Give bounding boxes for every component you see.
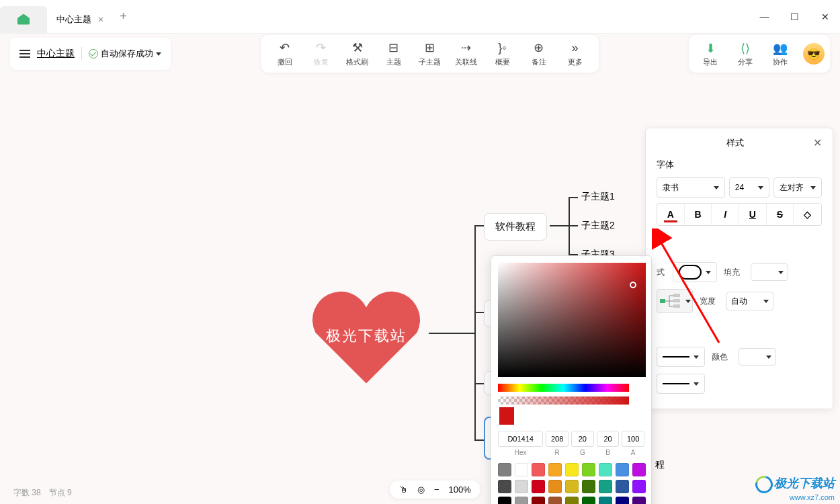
color-swatch[interactable] xyxy=(599,480,612,493)
close-icon[interactable]: ✕ xyxy=(813,136,822,149)
avatar[interactable]: 😎 xyxy=(803,43,825,65)
color-swatch[interactable] xyxy=(632,497,646,504)
hue-slider[interactable] xyxy=(498,384,629,392)
format-brush-button[interactable]: ⚒格式刷 xyxy=(339,37,376,71)
color-swatch[interactable] xyxy=(632,463,646,476)
leaf-node[interactable]: 子主题1 xyxy=(581,191,615,203)
font-color-button[interactable]: A xyxy=(657,204,685,225)
note-button[interactable]: ⊕备注 xyxy=(521,37,557,71)
leaf-node[interactable]: 子主题2 xyxy=(581,220,615,232)
center-node-label: 极光下载站 xyxy=(302,326,430,346)
color-swatch[interactable] xyxy=(515,497,528,504)
home-tab[interactable] xyxy=(0,6,47,33)
color-swatch[interactable] xyxy=(582,463,595,476)
saturation-field[interactable] xyxy=(498,263,646,377)
collab-icon: 👥 xyxy=(773,41,788,56)
shape-select[interactable] xyxy=(673,262,717,282)
close-button[interactable]: ✕ xyxy=(810,0,840,34)
color-swatch[interactable] xyxy=(532,480,545,493)
color-swatch[interactable] xyxy=(565,463,579,476)
add-tab-button[interactable]: + xyxy=(113,9,134,24)
branch-node[interactable]: 软件教程 xyxy=(484,213,547,241)
r-input[interactable] xyxy=(546,431,569,447)
font-section-label: 字体 xyxy=(657,159,822,171)
color-swatch[interactable] xyxy=(498,463,511,476)
underline-button[interactable]: U xyxy=(739,204,767,225)
minimize-button[interactable]: — xyxy=(749,0,780,34)
mouse-icon[interactable]: 🖱 xyxy=(399,485,408,495)
relation-button[interactable]: ⇢关联线 xyxy=(448,37,485,71)
font-size-select[interactable]: 24 xyxy=(729,177,769,198)
chevron-down-icon xyxy=(706,271,711,274)
collab-button[interactable]: 👥协作 xyxy=(764,41,796,67)
color-swatch[interactable] xyxy=(599,463,612,476)
maximize-button[interactable]: ☐ xyxy=(780,0,810,34)
color-swatch[interactable] xyxy=(582,497,595,504)
svg-rect-0 xyxy=(660,299,665,303)
structure-select[interactable] xyxy=(657,289,693,313)
line-style-select[interactable] xyxy=(657,347,705,367)
color-swatch[interactable] xyxy=(582,480,595,493)
color-swatch[interactable] xyxy=(515,463,528,476)
strikethrough-button[interactable]: S xyxy=(767,204,794,225)
color-swatch[interactable] xyxy=(632,480,646,493)
undo-button[interactable]: ↶撤回 xyxy=(267,37,303,71)
redo-button[interactable]: ↷恢复 xyxy=(303,37,339,71)
alpha-slider[interactable] xyxy=(498,396,629,405)
bold-button[interactable]: B xyxy=(685,204,712,225)
color-swatch[interactable] xyxy=(532,497,545,504)
connector xyxy=(429,333,476,334)
share-icon: ⟨⟩ xyxy=(741,41,750,56)
b-input[interactable] xyxy=(597,431,620,447)
color-swatch[interactable] xyxy=(515,480,528,493)
close-icon[interactable]: × xyxy=(98,14,103,25)
share-button[interactable]: ⟨⟩分享 xyxy=(729,41,761,67)
zoom-level: 100% xyxy=(449,485,471,495)
chevron-down-icon xyxy=(810,186,816,190)
color-swatch[interactable] xyxy=(548,463,562,476)
doc-info-panel: 中心主题 自动保存成功 xyxy=(10,38,171,70)
line-color-button[interactable] xyxy=(739,348,776,366)
bracket xyxy=(474,225,476,440)
document-tab[interactable]: 中心主题 × xyxy=(47,6,113,33)
zoom-out-button[interactable]: − xyxy=(434,485,439,495)
color-swatch[interactable] xyxy=(616,480,629,493)
save-status[interactable]: 自动保存成功 xyxy=(89,48,161,60)
format-buttons: A B I U S ◇ xyxy=(657,203,822,226)
hex-input[interactable] xyxy=(498,431,543,447)
more-button[interactable]: »更多 xyxy=(557,37,593,71)
italic-button[interactable]: I xyxy=(712,204,739,225)
doc-title[interactable]: 中心主题 xyxy=(37,48,75,60)
color-swatch[interactable] xyxy=(548,497,562,504)
color-swatch[interactable] xyxy=(498,480,511,493)
color-swatch[interactable] xyxy=(532,463,545,476)
zoom-bar: 🖱 ◎ − 100% xyxy=(390,480,480,499)
undo-icon: ↶ xyxy=(280,40,290,55)
menu-icon[interactable] xyxy=(19,50,30,58)
align-select[interactable]: 左对齐 xyxy=(773,177,822,198)
center-node[interactable]: 极光下载站 xyxy=(302,276,430,390)
color-swatch[interactable] xyxy=(498,497,511,504)
subtopic-button[interactable]: ⊞子主题 xyxy=(412,37,448,71)
brush-icon: ⚒ xyxy=(352,40,363,55)
chevron-down-icon xyxy=(714,186,719,190)
fill-color-button[interactable] xyxy=(751,263,788,281)
color-swatch[interactable] xyxy=(565,497,579,504)
export-button[interactable]: ⬇导出 xyxy=(694,41,726,67)
color-swatch[interactable] xyxy=(548,480,562,493)
target-icon[interactable]: ◎ xyxy=(417,485,425,495)
subtopic-icon: ⊞ xyxy=(425,40,435,55)
color-swatch[interactable] xyxy=(616,463,629,476)
color-swatch[interactable] xyxy=(565,480,579,493)
g-input[interactable] xyxy=(571,431,594,447)
summary-button[interactable]: }◦概要 xyxy=(485,37,521,71)
color-swatch[interactable] xyxy=(599,497,612,504)
topic-button[interactable]: ⊟主题 xyxy=(376,37,412,71)
clear-format-button[interactable]: ◇ xyxy=(794,204,821,225)
color-cursor[interactable] xyxy=(630,282,636,288)
font-family-select[interactable]: 隶书 xyxy=(657,177,725,198)
line-style-select-2[interactable] xyxy=(657,374,705,394)
width-select[interactable]: 自动 xyxy=(726,292,773,310)
a-input[interactable] xyxy=(622,431,644,447)
color-swatch[interactable] xyxy=(616,497,629,504)
